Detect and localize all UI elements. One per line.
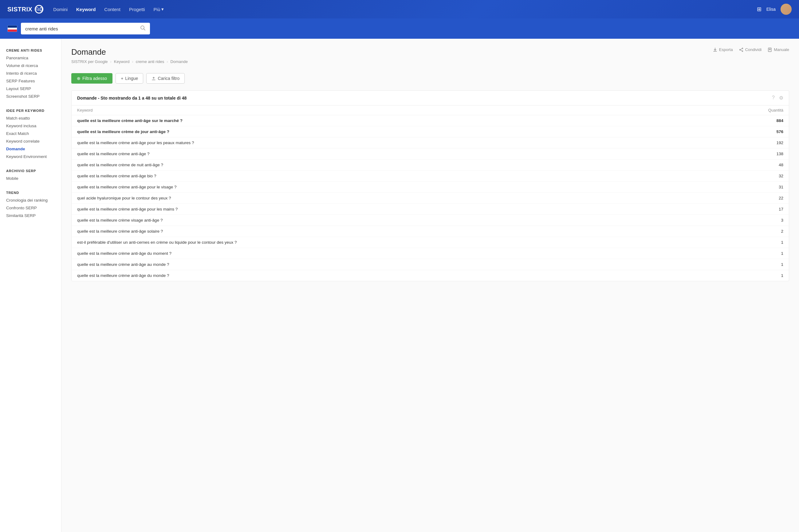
table-row: quelle est la meilleure crème anti-âge p… [72, 182, 789, 193]
sidebar-item-layout-serp[interactable]: Layout SERP [0, 85, 61, 93]
breadcrumb-sep-3: › [167, 59, 168, 64]
keyword-cell[interactable]: est-il préférable d'utiliser un anti-cer… [77, 240, 237, 245]
avatar[interactable] [781, 4, 792, 15]
nav-progetti[interactable]: Progetti [129, 7, 145, 12]
keyword-cell[interactable]: quelle est la meilleure crème anti-âge ? [77, 152, 150, 156]
table-row: quelle est la meilleure crème anti-âge ?… [72, 149, 789, 159]
sidebar-item-screenshot-serp[interactable]: Screenshot SERP [0, 93, 61, 100]
lingue-button[interactable]: + Lingue [116, 73, 143, 83]
breadcrumb-keyword[interactable]: Keyword [114, 59, 130, 64]
sidebar-item-serp-features[interactable]: SERP Features [0, 77, 61, 85]
nav-domini[interactable]: Domini [53, 7, 68, 12]
avatar-image [781, 4, 792, 15]
flag-white [8, 28, 17, 30]
nav-content[interactable]: Content [104, 7, 120, 12]
sidebar-item-volume[interactable]: Volume di ricerca [0, 62, 61, 70]
action-buttons: Esporta Condividi [713, 47, 789, 52]
keyword-cell[interactable]: quelle est la meilleure crème anti-âge p… [77, 140, 194, 145]
user-name: Elisa [766, 7, 776, 12]
sidebar-item-cronologia[interactable]: Cronologia dei ranking [0, 196, 61, 204]
keyword-cell[interactable]: quelle est la meilleure crème anti-âge p… [77, 185, 176, 189]
sidebar-item-match-esatto[interactable]: Match esatto [0, 114, 61, 122]
flag-fr [7, 25, 17, 32]
table-row: quel acide hyaluronique pour le contour … [72, 193, 789, 204]
help-icon[interactable]: ? [772, 95, 775, 101]
quantity-cell: 1 [765, 262, 783, 267]
sidebar-section-title-4: TREND [0, 187, 61, 196]
sidebar-section-title-1: CREME ANTI RIDES [0, 45, 61, 54]
keyword-cell[interactable]: quelle est la meilleure crème anti-âge s… [77, 229, 163, 233]
plus-icon-lingue: + [121, 76, 123, 81]
keyword-cell[interactable]: quelle est la meilleure crème anti-âge a… [77, 262, 169, 267]
carica-filtro-button[interactable]: Carica filtro [146, 73, 185, 83]
share-icon [739, 48, 743, 52]
quantity-cell: 576 [765, 129, 783, 134]
table-icons: ? ⚙ [772, 95, 783, 101]
sidebar-item-confronto[interactable]: Confronto SERP [0, 204, 61, 212]
search-input-wrap [21, 23, 150, 34]
table-title: Domande - Sto mostrando da 1 a 48 su un … [77, 96, 187, 100]
grid-icon[interactable]: ⊞ [757, 6, 761, 13]
table-row: quelle est la meilleure crème anti-âge p… [72, 204, 789, 215]
keyword-cell[interactable]: quel acide hyaluronique pour le contour … [77, 196, 171, 201]
table-body: quelle est la meilleure crème anti-âge s… [72, 115, 789, 281]
svg-line-8 [740, 50, 742, 51]
nav-piu[interactable]: Più ▾ [154, 6, 164, 12]
sidebar-item-keyword-environment[interactable]: Keyword Environment [0, 153, 61, 160]
breadcrumb-creme[interactable]: creme anti rides [136, 59, 164, 64]
quantity-cell: 3 [765, 218, 783, 223]
table-row: quelle est la meilleure crème de jour an… [72, 126, 789, 137]
sidebar-item-domande[interactable]: Domande [0, 145, 61, 153]
sidebar-item-intento[interactable]: Intento di ricerca [0, 70, 61, 77]
quantity-cell: 17 [765, 207, 783, 211]
settings-icon[interactable]: ⚙ [779, 95, 783, 101]
sidebar-section-title-2: IDEE PER KEYWORD [0, 105, 61, 114]
keyword-cell[interactable]: quelle est la meilleure crème anti-âge d… [77, 273, 169, 278]
table-row: quelle est la meilleure crème anti-âge a… [72, 259, 789, 270]
keyword-cell[interactable]: quelle est la meilleure crème de jour an… [77, 129, 169, 134]
table-header: Domande - Sto mostrando da 1 a 48 su un … [72, 91, 789, 106]
nav-keyword[interactable]: Keyword [76, 7, 96, 12]
svg-line-3 [144, 29, 145, 31]
table-row: quelle est la meilleure crème anti-âge p… [72, 137, 789, 149]
table-row: quelle est la meilleure crème de nuit an… [72, 159, 789, 171]
breadcrumb: SISTRIX per Google › Keyword › creme ant… [71, 59, 188, 64]
plus-icon: ⊕ [77, 76, 80, 81]
results-table: Domande - Sto mostrando da 1 a 48 su un … [71, 90, 789, 281]
search-bar [0, 18, 799, 39]
sidebar-item-keyword-inclusa[interactable]: Keyword inclusa [0, 122, 61, 130]
share-button[interactable]: Condividi [739, 47, 761, 52]
download-icon [713, 48, 717, 52]
breadcrumb-sistrix[interactable]: SISTRIX per Google [71, 59, 108, 64]
quantity-cell: 884 [765, 118, 783, 123]
book-icon [768, 48, 772, 52]
keyword-cell[interactable]: quelle est la meilleure crème anti-âge b… [77, 174, 156, 178]
sidebar-item-keyword-correlate[interactable]: Keyword correlate [0, 137, 61, 145]
keyword-cell[interactable]: quelle est la meilleure crème de nuit an… [77, 163, 163, 167]
table-row: quelle est la meilleure crème anti-âge s… [72, 115, 789, 126]
sidebar-item-mobile[interactable]: Mobile [0, 175, 61, 182]
quantity-cell: 1 [765, 251, 783, 256]
manual-button[interactable]: Manuale [768, 47, 789, 52]
sidebar-item-panoramica[interactable]: Panoramica [0, 54, 61, 62]
table-row: quelle est la meilleure crème anti-âge d… [72, 248, 789, 259]
logo[interactable]: SISTRIX [7, 5, 43, 14]
keyword-cell[interactable]: quelle est la meilleure crème anti-âge p… [77, 207, 178, 211]
quantity-cell: 1 [765, 273, 783, 278]
sidebar-item-exact-match[interactable]: Exact Match [0, 130, 61, 137]
breadcrumb-current: Domande [171, 59, 188, 64]
table-col-headers: Keyword Quantità [72, 106, 789, 115]
sidebar-item-similarita[interactable]: Similarità SERP [0, 212, 61, 220]
keyword-cell[interactable]: quelle est la meilleure crème anti-âge s… [77, 118, 183, 123]
filter-button[interactable]: ⊕ Filtra adesso [71, 73, 113, 83]
svg-line-7 [740, 49, 742, 50]
search-button[interactable] [140, 25, 146, 32]
keyword-cell[interactable]: quelle est la meilleure crème anti-âge d… [77, 251, 171, 256]
quantity-cell: 1 [765, 240, 783, 245]
keyword-cell[interactable]: quelle est la meilleure crème visage ant… [77, 218, 163, 223]
export-button[interactable]: Esporta [713, 47, 733, 52]
main-nav: Domini Keyword Content Progetti Più ▾ [53, 6, 757, 12]
toolbar: ⊕ Filtra adesso + Lingue Carica filtro [71, 73, 789, 83]
quantity-cell: 22 [765, 196, 783, 201]
search-input[interactable] [25, 26, 138, 31]
